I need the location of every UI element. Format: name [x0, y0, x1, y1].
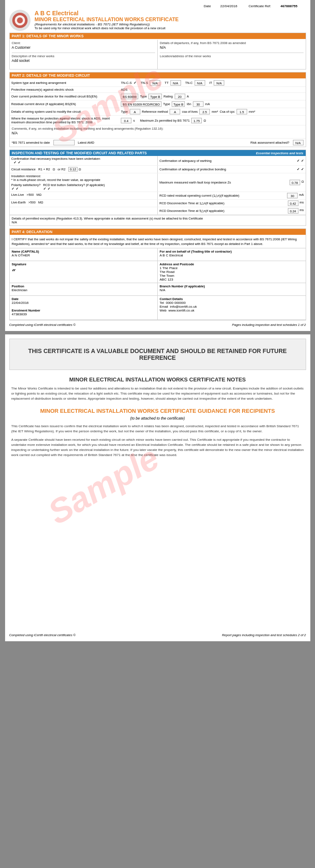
insp-right-4: RCD rated residual operating current (1△… [158, 192, 306, 199]
where-unit: s [133, 119, 135, 122]
overcurrent-values: BS 60898 Type Type B Rating 20 A [121, 94, 304, 99]
location-label: Location/address of the minor works [160, 54, 304, 58]
insp-right-1-ticks: ✓ ✓ [297, 159, 304, 163]
name-value: A N OTHER [12, 253, 155, 259]
rcd-current-unit: mA [299, 193, 304, 198]
branch-label: Branch Number (if applicable) [160, 284, 304, 288]
insp-row-3: Insulation resistance:* In a multi-phase… [10, 173, 306, 192]
rcd-time1-unit: ms [300, 200, 304, 206]
decl-address-cell: Address and Postcode 1 The Place The Roa… [158, 261, 306, 283]
where-values: 0.4 s Maximum Zs permitted by BS 7671 1.… [121, 118, 304, 123]
rcd-time5-text: RCD Disconnection Time at 5△n(if applica… [159, 209, 224, 213]
rcd-time5-value: 0.24 [288, 208, 298, 214]
decl-contact-cell: Contact Details Tel 0000 000000 Email in… [158, 296, 306, 320]
insp-right-1-text: Confirmation of adequacy of earthing [159, 159, 212, 163]
tick-r1b: ✓ [301, 159, 304, 163]
where-label: Where the measure for protection against… [11, 117, 121, 124]
wiring-row: Details of wiring system used to modify … [10, 108, 306, 116]
rcd-unit: mA [205, 102, 210, 106]
insp-right-6: RCD Disconnection Time at 5△n(if applica… [158, 207, 306, 214]
rcd-tick2: ✓ [47, 187, 50, 191]
insp-right-2: Confirmation of adequacy of protective b… [158, 166, 306, 173]
insp-right-5: RCD Disconnection Time at 1△n(if applica… [158, 200, 306, 207]
rcd-type-label: Type [163, 102, 170, 106]
tn-s-label: TN-S [141, 81, 148, 85]
wiring-cpc-label: Csa of cpc [220, 110, 234, 114]
company-logo [9, 10, 31, 31]
part4-header: PART 4: DECLARATION [10, 229, 306, 235]
tt-label: TT [164, 81, 168, 85]
max-zs-unit: Ω [203, 119, 206, 122]
insp-right-2-ticks: ✓ ✓ [297, 167, 304, 171]
overcurrent-rating-label: Rating [164, 95, 173, 98]
polarity-row: Polarity satisfactory? ✓ ✓ RCD test butt… [11, 183, 156, 191]
decl-signature-cell: Signature 𝓊 [10, 261, 158, 283]
location-value [160, 58, 304, 68]
bs-amended-row: *BS 7671 amended to date Latest AMD Risk… [10, 139, 306, 147]
wiring-cpc-value: 1.5 [237, 109, 247, 114]
cert-title: MINOR ELECTRICAL INSTALLATION WORKS CERT… [35, 17, 306, 22]
system-label: System type and earthing arrangement [11, 81, 121, 85]
wiring-cpc-unit: mm² [249, 110, 255, 114]
wiring-label: Details of wiring system used to modify … [11, 110, 121, 114]
client-label: Client: [12, 41, 156, 45]
tn-s-val: N/A [150, 80, 160, 86]
rcd-tick1: ✓ [43, 187, 46, 191]
insp-left-6 [10, 207, 158, 214]
overcurrent-type-value: Type B [148, 94, 162, 99]
guidance-body2: A separate Certificate should have been … [9, 437, 306, 458]
wiring-type-label: Type [121, 110, 128, 114]
comments-label: Comments, if any, on existing installati… [12, 127, 304, 131]
bs-amended-value [53, 140, 75, 145]
banner-text: THIS CERTIFICATE IS A VALUABLE DOCUMENT … [18, 348, 297, 361]
address-value: 1 The Place The Road The Town ABC 123 [160, 266, 304, 281]
insp-row-1: Confirmation that necessary inspections … [10, 156, 306, 166]
wiring-values: Type A Reference method A csa of lives 2… [121, 109, 304, 114]
part4: PART 4: DECLARATION I CERTIFY that the s… [9, 228, 306, 320]
page2-footer-right: Report pages including inspection and te… [222, 633, 306, 637]
tel-label: Tel [160, 301, 164, 305]
wiring-ref-label: Reference method [142, 110, 168, 114]
wiring-type-value: A [130, 109, 140, 114]
departures-label: Details of departures, if any, from BS 7… [160, 41, 304, 45]
guidance-section: MINOR ELECTRICAL INSTALLATION WORKS CERT… [9, 408, 306, 458]
footer: Completed using iCertifi electrical cert… [9, 323, 306, 327]
part1-left: Client: A Customer Description of the mi… [10, 40, 158, 69]
page1: Sample Date 22/04/2016 Certificate Ref: … [5, 0, 310, 331]
insp-row-6: RCD Disconnection Time at 5△n(if applica… [10, 207, 306, 215]
branch-value: N/A [160, 288, 304, 294]
system-type-row: System type and earthing arrangement TN-… [10, 79, 306, 87]
rcd-time1-group: 0.42 ms [288, 200, 304, 206]
zs-val-group: 0.78 Ω [290, 180, 304, 185]
protective-value: ADS [121, 88, 127, 92]
system-values: TN-C-S ✓ TN-S N/A TT N/A TN-C N/A IT N/A [121, 80, 304, 86]
decl-date-cell: Date 22/04/2016 Enrolment Number 4738383… [10, 296, 158, 320]
date-label: Date [203, 4, 211, 8]
rcd-type-value: Type B [172, 101, 185, 107]
header-main: A B C Electrical MINOR ELECTRICAL INSTAL… [9, 10, 306, 31]
page2-spacer [9, 462, 306, 632]
page2-content: Sample THIS CERTIFICATE IS A VALUABLE DO… [9, 339, 306, 637]
pol-tick2: ✓ [16, 187, 19, 191]
polarity-col1: Polarity satisfactory? ✓ ✓ [11, 183, 41, 191]
part1-header: PART 1: DETAILS OF THE MINOR WORKS [10, 33, 306, 39]
cert-note: To be used only for minor electrical wor… [35, 26, 306, 30]
max-zs-label: Maximum Zs permitted by BS 7671 [140, 119, 190, 122]
overcurrent-bs: BS 60898 [121, 94, 138, 99]
rcd-label: Residual current device (if applicable) … [11, 102, 121, 106]
where-value: 0.4 [121, 118, 131, 123]
rcd-test-ticks: ✓ ✓ [43, 187, 105, 191]
insp-left-1-text: Confirmation that necessary inspections … [11, 157, 100, 161]
tn-cs-label: TN-C-S [121, 81, 131, 85]
cert-ref-label: Certificate Ref: [248, 4, 271, 8]
rcd-iao-label: Iδn [187, 102, 191, 106]
rcd-time1-value: 0.42 [288, 200, 298, 206]
part2-header: PART 2: DETAILS OF THE MODIFIED CIRCUIT [10, 72, 306, 78]
decl-grid: Name (CAPITALS) A N OTHER For and on beh… [10, 248, 306, 320]
header-top: Date 22/04/2016 Certificate Ref: 4678887… [9, 4, 306, 8]
web-value: www.icertifi.co.uk [168, 309, 194, 312]
insp-left-3: Insulation resistance:* In a multi-phase… [10, 173, 158, 192]
where-row: Where the measure for protection against… [10, 116, 306, 125]
circuit-r-value: 0.12 [68, 167, 78, 172]
overcurrent-type-label: Type [140, 95, 147, 98]
